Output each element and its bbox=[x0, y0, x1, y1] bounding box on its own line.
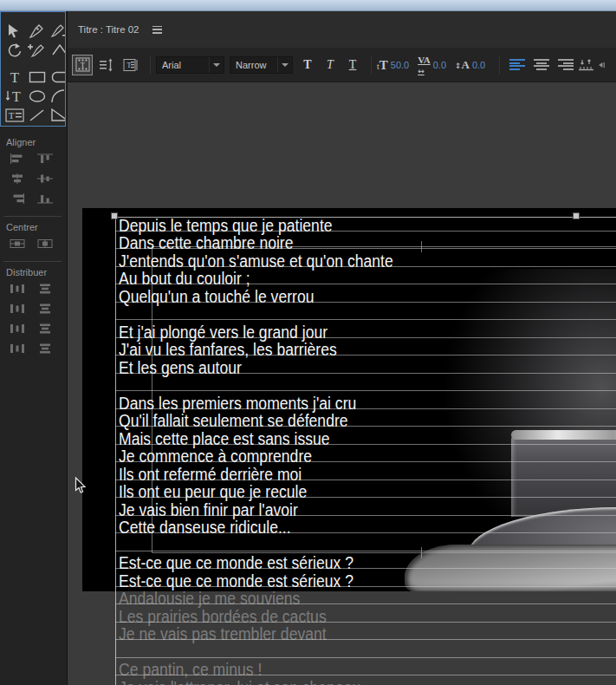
chevron-down-icon[interactable] bbox=[277, 57, 292, 73]
desktop-strip bbox=[0, 0, 616, 11]
vertical-type-tool[interactable]: T bbox=[4, 88, 25, 105]
lyric-line[interactable]: Est-ce que ce monde est sérieux ? bbox=[119, 554, 353, 572]
distribute-section-title: Distribuer bbox=[0, 264, 67, 280]
align-left-button[interactable] bbox=[509, 59, 525, 70]
new-title-from-current-icon[interactable]: T bbox=[72, 55, 93, 75]
mouse-cursor bbox=[75, 477, 87, 494]
distribute-horizontal-right-button[interactable] bbox=[6, 320, 29, 336]
panel-tab-bar: Titre : Titre 02 bbox=[68, 11, 616, 48]
italic-button[interactable]: T bbox=[321, 55, 340, 75]
align-horizontal-left-button[interactable] bbox=[6, 150, 29, 166]
rotation-tool[interactable] bbox=[4, 42, 25, 59]
font-style-value: Narrow bbox=[230, 60, 277, 70]
bold-button[interactable]: T bbox=[298, 55, 317, 75]
lyric-line[interactable]: Dans les premiers moments j'ai cru bbox=[119, 395, 356, 413]
left-panels-column: TTT Aligner Centrer Distribuer bbox=[0, 11, 68, 685]
lyric-line[interactable]: Dans cette chambre noire bbox=[119, 234, 294, 252]
align-horizontal-center-button[interactable] bbox=[6, 170, 29, 186]
convert-anchor-point-tool[interactable] bbox=[49, 42, 66, 59]
distribute-vertical-bottom-button[interactable] bbox=[34, 320, 56, 336]
baseline-rule bbox=[115, 551, 616, 551]
distribute-horizontal-left-button[interactable] bbox=[6, 280, 29, 297]
font-size-icon[interactable]: tT bbox=[377, 57, 388, 73]
delete-anchor-point-tool[interactable] bbox=[49, 23, 66, 40]
arc-tool[interactable] bbox=[49, 88, 66, 105]
align-section-title: Aligner bbox=[0, 134, 67, 150]
lyric-line[interactable]: Je vais l'attraper, lui et son chapeau bbox=[119, 679, 360, 685]
templates-icon[interactable]: T bbox=[120, 55, 141, 75]
distribute-vertical-middle-button[interactable] bbox=[34, 300, 56, 316]
lyric-line[interactable]: J'entends qu'on s'amuse et qu'on chante bbox=[119, 252, 393, 271]
svg-text:T: T bbox=[12, 89, 21, 104]
chevron-down-icon[interactable] bbox=[209, 57, 224, 73]
lyric-line[interactable]: Est-ce que ce monde est sérieux ? bbox=[119, 572, 353, 590]
leading-icon[interactable]: ↕A bbox=[455, 58, 470, 72]
lyric-line[interactable]: Ils ont refermé derrière moi bbox=[119, 466, 302, 484]
distribute-vertical-top-button[interactable] bbox=[34, 280, 56, 297]
center-vertical-button[interactable] bbox=[34, 235, 56, 251]
underline-button[interactable]: T bbox=[343, 55, 362, 75]
title-actions-panel: Aligner Centrer Distribuer bbox=[0, 127, 67, 360]
lyric-line[interactable]: Ils ont eu peur que je recule bbox=[119, 483, 307, 501]
lyric-line[interactable]: J'ai vu les fanfares, les barrières bbox=[119, 341, 337, 359]
distribute-horizontal-center-button[interactable] bbox=[6, 300, 29, 316]
separator bbox=[371, 55, 372, 75]
lyric-line[interactable]: Les prairies bordées de cactus bbox=[119, 608, 327, 626]
roll-crawl-options-icon[interactable] bbox=[96, 55, 117, 75]
align-center-button[interactable] bbox=[534, 59, 549, 70]
panel-menu-icon[interactable] bbox=[152, 26, 162, 34]
pen-tool[interactable] bbox=[27, 23, 48, 40]
rectangle-tool[interactable] bbox=[27, 68, 48, 86]
lyric-line[interactable]: Je ne vais pas trembler devant bbox=[119, 625, 327, 643]
lyric-line[interactable]: Andalousie je me souviens bbox=[119, 590, 300, 608]
font-style-select[interactable]: Narrow bbox=[230, 56, 293, 74]
panel-title[interactable]: Titre : Titre 02 bbox=[78, 24, 139, 35]
type-tool[interactable]: T bbox=[4, 68, 25, 86]
lyric-line[interactable]: Au bout du couloir ; bbox=[119, 270, 250, 288]
ellipse-tool[interactable] bbox=[27, 88, 48, 105]
line-tool[interactable] bbox=[27, 107, 48, 124]
lyric-line[interactable]: Je commence à comprendre bbox=[119, 447, 312, 466]
kerning-icon[interactable]: VA↔ bbox=[418, 55, 430, 75]
distribute-horizontal-even-button[interactable] bbox=[6, 340, 29, 356]
safe-area-top-center-tick bbox=[421, 241, 422, 252]
area-type-tool[interactable]: T bbox=[4, 107, 25, 124]
baseline-rule bbox=[115, 319, 616, 320]
wedge-tool[interactable] bbox=[49, 107, 66, 124]
lyric-line[interactable]: Ce pantin, ce minus ! bbox=[119, 661, 262, 679]
selection-handle-top-center[interactable] bbox=[573, 212, 580, 219]
selection-handle-top-left[interactable] bbox=[111, 212, 118, 219]
align-buttons bbox=[0, 150, 67, 210]
leading-value[interactable]: 0.0 bbox=[472, 60, 485, 70]
align-vertical-top-button[interactable] bbox=[34, 150, 56, 166]
align-vertical-bottom-button[interactable] bbox=[34, 190, 56, 206]
clipped-toolbar-icon[interactable] bbox=[598, 55, 608, 75]
kerning-value[interactable]: 0.0 bbox=[433, 60, 446, 70]
svg-text:T: T bbox=[81, 62, 85, 69]
tab-stops-icon[interactable] bbox=[578, 55, 594, 75]
lyric-line[interactable]: Quelqu'un a touché le verrou bbox=[119, 288, 314, 306]
lyric-line[interactable]: Qu'il fallait seulement se défendre bbox=[119, 412, 348, 430]
align-vertical-center-button[interactable] bbox=[34, 170, 56, 186]
font-size-value[interactable]: 50.0 bbox=[391, 60, 409, 70]
title-tools-panel: TTT bbox=[0, 11, 66, 127]
lyric-line[interactable]: Je vais bien finir par l'avoir bbox=[119, 501, 298, 519]
align-right-button[interactable] bbox=[558, 59, 574, 70]
separator bbox=[499, 55, 500, 75]
font-family-select[interactable]: Arial bbox=[156, 56, 224, 74]
svg-text:T: T bbox=[10, 69, 20, 86]
add-anchor-point-tool[interactable] bbox=[27, 42, 48, 59]
tools-grid: TTT bbox=[1, 12, 65, 118]
lyric-line[interactable]: Et j'ai plongé vers le grand jour bbox=[119, 323, 327, 342]
lyric-line[interactable]: Et les gens autour bbox=[119, 359, 242, 377]
rounded-rectangle-tool[interactable] bbox=[49, 68, 66, 86]
title-drawing-area[interactable]: Depuis le temps que je patienteDans cett… bbox=[68, 82, 616, 685]
lyric-line[interactable]: Depuis le temps que je patiente bbox=[119, 217, 333, 235]
center-horizontal-button[interactable] bbox=[6, 235, 29, 251]
distribute-vertical-even-button[interactable] bbox=[34, 340, 56, 356]
distribute-buttons bbox=[0, 280, 67, 360]
selection-tool[interactable] bbox=[4, 23, 25, 40]
lyric-line[interactable]: Mais cette place est sans issue bbox=[119, 430, 330, 448]
lyric-line[interactable]: Cette danseuse ridicule... bbox=[119, 519, 291, 537]
align-horizontal-right-button[interactable] bbox=[6, 190, 29, 206]
